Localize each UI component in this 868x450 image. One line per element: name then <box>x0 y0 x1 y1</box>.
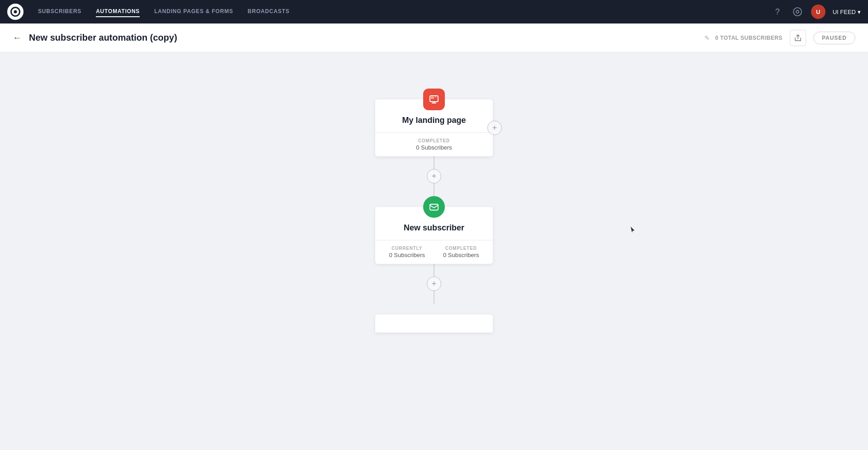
nav-subscribers[interactable]: SUBSCRIBERS <box>38 6 81 17</box>
nav-links: SUBSCRIBERS AUTOMATIONS LANDING PAGES & … <box>38 6 757 17</box>
notification-icon[interactable] <box>791 5 804 18</box>
page-header: ← New subscriber automation (copy) ✎ 0 T… <box>0 23 868 52</box>
svg-rect-4 <box>435 97 436 98</box>
node-new-subscriber[interactable]: New subscriber CURRENTLY 0 Subscribers C… <box>375 207 493 264</box>
svg-point-0 <box>793 8 802 16</box>
nav-right: ? U UI FEED ▾ <box>771 5 861 19</box>
total-subscribers-label: 0 TOTAL SUBSCRIBERS <box>715 35 783 41</box>
node-stat-completed-2: COMPLETED 0 Subscribers <box>443 246 479 258</box>
svg-rect-3 <box>431 97 434 99</box>
navbar: SUBSCRIBERS AUTOMATIONS LANDING PAGES & … <box>0 0 868 23</box>
node-side-plus-button[interactable]: + <box>487 121 502 135</box>
share-button[interactable] <box>790 30 806 46</box>
connector-2: + <box>427 264 441 304</box>
node-stat-currently: CURRENTLY 0 Subscribers <box>389 246 425 258</box>
logo[interactable] <box>7 4 24 20</box>
add-step-button-1[interactable]: + <box>427 169 441 183</box>
node-new-subscriber-icon <box>423 196 445 218</box>
connector-line-3 <box>434 264 434 277</box>
paused-button[interactable]: PAUSED <box>813 32 855 44</box>
flow-column: My landing page COMPLETED 0 Subscribers … <box>375 89 493 333</box>
add-step-button-2[interactable]: + <box>427 277 441 291</box>
connector-line-4 <box>434 291 434 304</box>
help-icon[interactable]: ? <box>771 5 784 18</box>
connector-1: + <box>427 156 441 196</box>
edit-title-icon[interactable]: ✎ <box>704 34 710 42</box>
node-landing-page-stats: COMPLETED 0 Subscribers <box>375 133 493 156</box>
page-title: New subscriber automation (copy) <box>29 33 695 43</box>
nav-automations[interactable]: AUTOMATIONS <box>96 6 140 17</box>
node-new-subscriber-stats: CURRENTLY 0 Subscribers COMPLETED 0 Subs… <box>375 240 493 264</box>
connector-line-1 <box>434 156 434 169</box>
user-avatar[interactable]: U <box>811 5 826 19</box>
node-partial[interactable] <box>375 314 493 333</box>
node-landing-page-icon <box>423 89 445 110</box>
automation-canvas: My landing page COMPLETED 0 Subscribers … <box>0 52 868 450</box>
logo-icon <box>10 7 20 17</box>
connector-line-2 <box>434 183 434 196</box>
node-landing-page[interactable]: My landing page COMPLETED 0 Subscribers … <box>375 99 493 156</box>
back-button[interactable]: ← <box>13 33 22 43</box>
svg-rect-5 <box>430 204 438 210</box>
node-stat-completed: COMPLETED 0 Subscribers <box>416 138 452 151</box>
header-right: 0 TOTAL SUBSCRIBERS PAUSED <box>715 30 855 46</box>
user-menu[interactable]: UI FEED ▾ <box>833 9 861 15</box>
node-new-subscriber-title: New subscriber <box>384 223 484 233</box>
node-landing-page-title: My landing page <box>384 116 484 125</box>
nav-landing-pages[interactable]: LANDING PAGES & FORMS <box>154 6 233 17</box>
svg-point-1 <box>796 10 799 13</box>
nav-broadcasts[interactable]: BROADCASTS <box>248 6 290 17</box>
mouse-cursor <box>630 225 635 234</box>
